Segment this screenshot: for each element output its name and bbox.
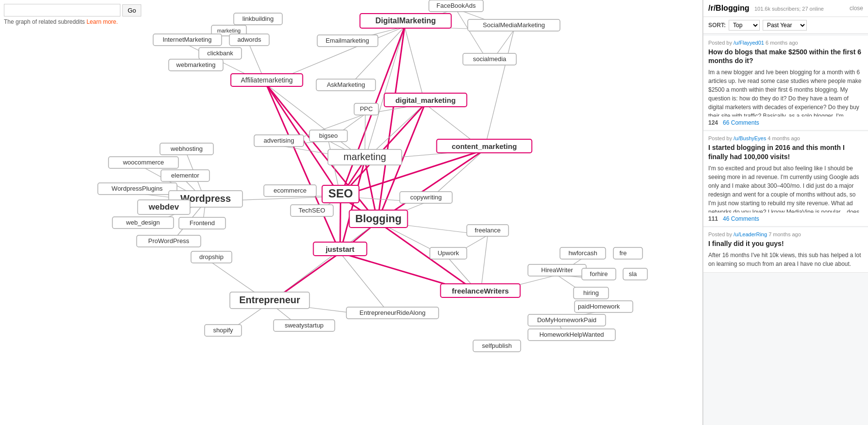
node-selfpublish[interactable]: selfpublish — [473, 340, 521, 352]
post-title[interactable]: How do blogs that make $2500 within the … — [708, 48, 863, 65]
post-body: After 16 months I've hit 10k views, this… — [708, 251, 863, 268]
node-entrepreneur[interactable]: Entrepreneur — [230, 292, 310, 309]
post-card[interactable]: Posted by /u/LeaderRing 7 months agoI fi… — [703, 228, 868, 273]
node-upwork[interactable]: Upwork — [430, 247, 467, 259]
posts-list: Posted by /u/Flayyed01 6 months agoHow d… — [703, 34, 868, 425]
node-content-marketing[interactable]: content_marketing — [437, 139, 532, 153]
sort-select[interactable]: TopNewHotRising — [729, 20, 760, 31]
node-emailmarketing[interactable]: Emailmarketing — [317, 35, 378, 47]
svg-text:forhire: forhire — [590, 270, 608, 278]
post-body: Im a new blogger and Ive been blogging f… — [708, 68, 863, 116]
node-socialmedia[interactable]: socialmedia — [463, 53, 517, 65]
svg-text:HireaWriter: HireaWriter — [541, 266, 573, 274]
post-comments[interactable]: 66 Comments — [723, 119, 759, 126]
node-hireawriter[interactable]: HireaWriter — [528, 264, 586, 276]
svg-text:advertising: advertising — [264, 137, 294, 144]
post-score: 124 — [708, 119, 718, 126]
node-webdev[interactable]: webdev — [138, 200, 190, 214]
learn-more-link[interactable]: Learn more. — [86, 18, 118, 25]
node-ecommerce[interactable]: ecommerce — [264, 185, 317, 196]
svg-text:SocialMediaMarketing: SocialMediaMarketing — [483, 21, 545, 29]
node-sweatystartup[interactable]: sweatystartup — [274, 320, 335, 331]
svg-text:webmarketing: webmarketing — [176, 61, 216, 68]
node-techseo[interactable]: TechSEO — [291, 205, 334, 216]
node-hwforcash[interactable]: hwforcash — [560, 247, 606, 259]
svg-text:InternetMarketing: InternetMarketing — [163, 36, 212, 43]
svg-text:Entrepreneur: Entrepreneur — [239, 294, 300, 305]
node-dropship[interactable]: dropship — [191, 251, 232, 263]
node-ppc[interactable]: PPC — [354, 103, 379, 115]
time-select[interactable]: Past YearPast MonthPast WeekAll Time — [763, 20, 807, 31]
svg-text:adwords: adwords — [237, 36, 262, 43]
node-socialmediamarketing[interactable]: SocialMediaMarketing — [468, 19, 560, 31]
node-homeworkhelpwanted[interactable]: HomeworkHelpWanted — [528, 329, 616, 341]
node-fre[interactable]: fre — [614, 247, 643, 259]
node-digitalmarketing[interactable]: DigitalMarketing — [360, 14, 451, 28]
node-woocommerce[interactable]: woocommerce — [109, 157, 179, 168]
node-digital-marketing[interactable]: digital_marketing — [384, 93, 467, 107]
node-wordpressplugins[interactable]: WordpressPlugins — [98, 183, 177, 195]
node-adwords[interactable]: adwords — [230, 34, 269, 46]
svg-text:fre: fre — [619, 249, 627, 257]
svg-text:freelanceWriters: freelanceWriters — [452, 287, 509, 295]
post-username[interactable]: /u/BushyEyes — [734, 135, 766, 141]
node-clickbank[interactable]: clickbank — [199, 48, 242, 59]
post-card[interactable]: Posted by /u/BushyEyes 4 months agoI sta… — [703, 131, 868, 226]
svg-text:FaceBookAds: FaceBookAds — [436, 2, 476, 9]
node-webhosting[interactable]: webhosting — [160, 143, 214, 155]
node-bigseo[interactable]: bigseo — [310, 130, 348, 142]
search-input[interactable]: Blogging — [4, 4, 120, 16]
node-freelance[interactable]: freelance — [467, 225, 509, 236]
node-shopify[interactable]: shopify — [205, 325, 242, 336]
svg-text:Affiliatemarketing: Affiliatemarketing — [241, 76, 293, 84]
node-copywriting[interactable]: copywriting — [400, 192, 452, 203]
node-internetmarketing[interactable]: InternetMarketing — [153, 34, 222, 46]
close-button[interactable]: close — [850, 5, 863, 12]
svg-text:AskMarketing: AskMarketing — [327, 81, 365, 88]
svg-text:hwforcash: hwforcash — [568, 249, 597, 257]
go-button[interactable]: Go — [122, 4, 141, 16]
node-askmarketing[interactable]: AskMarketing — [317, 79, 376, 91]
subreddit-meta: 101.6k subscribers; 27 online — [754, 6, 824, 12]
svg-text:Frontend: Frontend — [189, 219, 215, 227]
node-forhire[interactable]: forhire — [582, 268, 616, 280]
post-meta: Posted by /u/LeaderRing 7 months ago — [708, 231, 863, 237]
node-affiliatemarketing[interactable]: Affiliatemarketing — [231, 74, 303, 86]
node-blogging[interactable]: Blogging — [350, 210, 408, 228]
node-hiring[interactable]: hiring — [574, 287, 609, 299]
svg-text:paidHomework: paidHomework — [578, 303, 620, 310]
svg-text:selfpublish: selfpublish — [482, 342, 512, 349]
node-linkbuilding[interactable]: linkbuilding — [234, 13, 283, 25]
node-advertising[interactable]: advertising — [254, 135, 304, 147]
node-sla[interactable]: sla — [623, 268, 648, 280]
node-web-design[interactable]: web_design — [113, 217, 174, 229]
svg-text:webhosting: webhosting — [170, 145, 203, 152]
subreddit-header: /r/Blogging 101.6k subscribers; 27 onlin… — [708, 4, 824, 13]
svg-line-18 — [267, 84, 340, 253]
node-elementor[interactable]: elementor — [161, 170, 210, 181]
post-username[interactable]: /u/Flayyed01 — [734, 40, 764, 46]
graph-area: Blogging Go The graph of related subredd… — [0, 0, 703, 425]
post-username[interactable]: /u/LeaderRing — [734, 231, 767, 237]
node-paidhomework[interactable]: paidHomework — [575, 301, 633, 312]
node-frontend[interactable]: Frontend — [179, 217, 226, 229]
post-title[interactable]: I started blogging in 2016 and this mont… — [708, 143, 863, 161]
node-entrepreneurridealong[interactable]: EntrepreneurRideAlong — [347, 307, 439, 319]
svg-text:content_marketing: content_marketing — [451, 142, 517, 150]
post-card[interactable]: Posted by /u/Flayyed01 6 months agoHow d… — [703, 36, 868, 131]
node-domyhomeworkpaid[interactable]: DoMyHomeworkPaid — [528, 314, 606, 326]
svg-text:DigitalMarketing: DigitalMarketing — [375, 16, 435, 25]
svg-rect-150 — [614, 247, 643, 259]
node-webmarketing[interactable]: webmarketing — [169, 59, 223, 71]
svg-text:webdev: webdev — [148, 202, 179, 212]
node-marketing-large[interactable]: marketing — [328, 149, 402, 165]
post-score: 111 — [708, 215, 718, 222]
node-juststart[interactable]: juststart — [314, 242, 367, 256]
node-seo[interactable]: SEO — [322, 185, 359, 203]
node-facebookads[interactable]: FaceBookAds — [429, 0, 484, 12]
node-prowordpress[interactable]: ProWordPress — [137, 235, 201, 247]
node-freelancewriters[interactable]: freelanceWriters — [441, 284, 520, 297]
svg-text:linkbuilding: linkbuilding — [242, 15, 273, 22]
post-comments[interactable]: 46 Comments — [723, 215, 759, 222]
post-title[interactable]: I finally did it you guys! — [708, 239, 863, 248]
